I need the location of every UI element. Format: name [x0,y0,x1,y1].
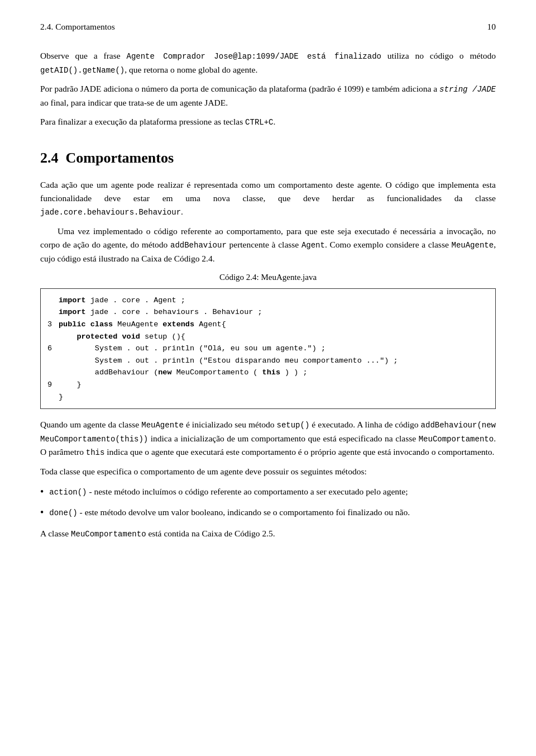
line-code: } [59,379,486,391]
p8-end: está contida na Caixa de Código 2.5. [146,529,275,538]
code-block: import jade . core . Agent ;import jade … [40,288,496,409]
bullet-list: • action() - neste método incluímos o có… [40,485,496,520]
section-number: 2.4 [40,150,59,166]
p6-middle3: indica a inicialização de um comportamen… [148,434,418,443]
code-line: System . out . println ("Estou disparand… [41,355,486,367]
p5-code2: Agent [302,241,325,250]
p8-start: A classe [40,529,71,538]
p1-code3: getName() [83,66,125,75]
line-code: public class MeuAgente extends Agent{ [59,318,486,331]
code-table: import jade . core . Agent ;import jade … [41,294,486,403]
bullet-symbol-1: • [40,485,44,499]
line-number: 6 [41,343,59,355]
p3-text: Para finalizar a execução da plataforma … [40,117,245,126]
code-line: 9 } [41,379,486,391]
p1-rest: utiliza no código o método [381,51,496,60]
bullet-symbol-2: • [40,506,44,520]
bullet-2-text: - este método devolve um valor booleano,… [78,507,410,517]
p5-middle2: . Como exemplo considere a classe [325,240,452,249]
paragraph-2: Por padrão JADE adiciona o número da por… [40,82,496,110]
p4-text: Cada ação que um agente pode realizar é … [40,180,496,203]
paragraph-1: Observe que a frase Agente Comprador Jos… [40,49,496,77]
code-line: import jade . core . Agent ; [41,294,486,307]
line-code: System . out . println ("Estou disparand… [59,355,486,367]
code-line: protected void setup (){ [41,331,486,343]
paragraph-3: Para finalizar a execução da plataforma … [40,115,496,129]
line-code: System . out . println ("Olá, eu sou um … [59,343,486,355]
code-line: import jade . core . behaviours . Behavi… [41,306,486,318]
p6-start: Quando um agente da classe [40,420,141,429]
p6-middle2: é executado. A linha de código [309,420,420,429]
p5-code3: MeuAgente [452,241,494,250]
p6-code4: MeuComportamento [419,435,494,444]
bullet-item-1: • action() - neste método incluímos o có… [40,485,496,499]
p6-code1: MeuAgente [141,421,184,430]
line-code: import jade . core . Agent ; [59,294,486,307]
code-caption: Código 2.4: MeuAgente.java [40,271,496,284]
page-number: 10 [487,20,496,34]
line-number [41,294,59,307]
line-code: addBehaviour (new MeuComportamento ( thi… [59,367,486,379]
p6-middle1: é inicializado seu método [184,420,277,429]
line-code: } [59,391,486,403]
paragraph-5: Uma vez implementado o código referente … [40,225,496,265]
line-number: 9 [41,379,59,391]
p1-end: , que retorna o nome global do agente. [125,65,257,74]
code-line: 3public class MeuAgente extends Agent{ [41,318,486,331]
line-number [41,391,59,403]
p6-end: indica que o agente que executará este c… [104,447,494,457]
bullet-1-code: action() [49,488,87,497]
code-line: 6 System . out . println ("Olá, eu sou u… [41,343,486,355]
page-header: 2.4. Comportamentos 10 [40,20,496,34]
p6-code5: this [86,448,105,457]
line-number [41,306,59,318]
p3-end: . [274,117,276,126]
bullet-item-2: • done() - este método devolve um valor … [40,506,496,520]
p2-code1: string /JADE [439,85,496,94]
p5-middle: pertencente à classe [227,240,302,249]
p7-text: Toda classe que especifica o comportamen… [40,467,367,476]
bullet-1-text: - neste método incluímos o código refere… [87,487,408,496]
p6-code2: setup() [277,421,310,430]
code-line: } [41,391,486,403]
p2-text: Por padrão JADE adiciona o número da por… [40,84,439,93]
p8-code: MeuComportamento [71,530,146,539]
paragraph-4: Cada ação que um agente pode realizar é … [40,178,496,219]
paragraph-8: A classe MeuComportamento está contida n… [40,527,496,541]
paragraph-7: Toda classe que especifica o comportamen… [40,465,496,478]
bullet-2-content: done() - este método devolve um valor bo… [49,506,410,520]
line-number: 3 [41,318,59,331]
p4-code: jade.core.behaviours.Behaviour [40,208,181,217]
p1-code2: getAID(). [40,66,83,75]
p3-code: CTRL+C [245,118,273,127]
section-heading: 2.4 Comportamentos [40,147,496,169]
p5-code1: addBehaviour [170,241,227,250]
line-code: protected void setup (){ [59,331,486,343]
paragraph-6: Quando um agente da classe MeuAgente é i… [40,418,496,459]
line-number [41,367,59,379]
line-number [41,331,59,343]
bullet-2-code: done() [49,508,77,517]
line-code: import jade . core . behaviours . Behavi… [59,306,486,318]
section-title: Comportamentos [66,150,174,166]
p1-text: Observe que a frase [40,51,127,60]
p4-end: . [181,207,183,216]
p1-code1: Agente Comprador Jose@lap:1099/JADE está… [127,52,381,61]
bullet-1-content: action() - neste método incluímos o códi… [49,485,408,499]
line-number [41,355,59,367]
code-line: addBehaviour (new MeuComportamento ( thi… [41,367,486,379]
chapter-title: 2.4. Comportamentos [40,20,115,34]
p2-end: ao final, para indicar que trata-se de u… [40,98,228,107]
